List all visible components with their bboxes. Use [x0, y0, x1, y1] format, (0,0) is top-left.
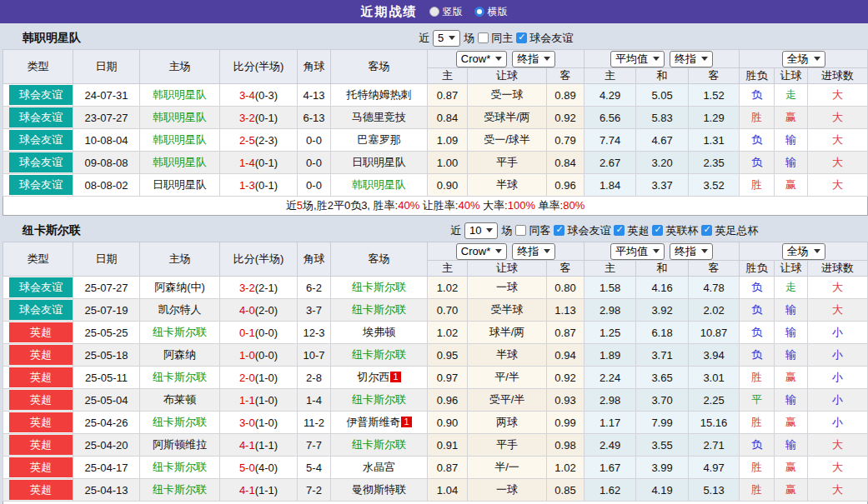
crow-odds-select-value: Crow* — [461, 52, 490, 65]
recent-count-select[interactable]: 10 — [464, 222, 498, 239]
summary-segment: 40% — [458, 199, 479, 212]
final-index-select[interactable]: 终指 — [512, 243, 555, 260]
result-goals: 大 — [808, 457, 868, 479]
result-goals: 小 — [808, 389, 868, 412]
match-type-badge: 球会友谊 — [9, 277, 73, 297]
match-row: 英超25-05-25纽卡斯尔联0-1(0-0)12-3埃弗顿1.02球半/两0.… — [3, 322, 868, 344]
crow-odds-select[interactable]: Crow* — [456, 243, 507, 260]
avg-home-odds: 1.89 — [585, 344, 636, 367]
final-index-select[interactable]: 终指 — [512, 51, 555, 67]
same-venue-checkbox[interactable] — [515, 225, 526, 236]
header-group-selects: Crow*终指 — [428, 51, 584, 67]
avg-draw-odds: 4.16 — [636, 277, 689, 299]
result-goals-value: 小 — [832, 416, 843, 428]
same-venue-checkbox-label: 同客 — [529, 223, 550, 238]
score-cell: 3-0(1-0) — [220, 412, 298, 434]
summary-segment: 大率: — [480, 199, 508, 212]
match-row: 球会友谊08-08-02日职明星队1-3(0-1)0-0韩职明星队0.90半球0… — [3, 174, 868, 197]
result-handicap: 输 — [775, 129, 808, 152]
result-goals-value: 大 — [832, 111, 843, 123]
result-handicap-value: 输 — [785, 156, 796, 168]
sub-column-header: 主 — [428, 68, 468, 84]
match-date: 24-07-31 — [73, 84, 140, 107]
result-handicap-value: 输 — [785, 438, 796, 451]
home-team-cell: 纽卡斯尔联 — [140, 412, 220, 434]
layout-radio-option-0[interactable]: 竖版 — [429, 5, 463, 19]
crow-odds-select-value: Crow* — [461, 245, 490, 257]
average-odds-select[interactable]: 平均值 — [610, 243, 665, 260]
result-goals: 大 — [808, 479, 868, 502]
chevron-down-icon — [544, 249, 550, 253]
chevron-down-icon — [814, 57, 820, 61]
avg-draw-odds: 3.55 — [636, 434, 689, 457]
avg-home-odds: 2.67 — [585, 152, 636, 174]
avg-draw-odds: 3.99 — [636, 457, 689, 479]
match-type-cell: 球会友谊 — [3, 152, 73, 174]
league-filter-checkbox-3[interactable] — [652, 225, 663, 236]
half-time-score: (2-3) — [255, 134, 278, 147]
final-index-select-value: 终指 — [517, 52, 539, 67]
league-filter-checkbox-2[interactable] — [614, 225, 625, 236]
handicap-home-odds: 1.02 — [428, 277, 468, 299]
avg-away-odds: 2.71 — [689, 434, 740, 457]
result-winloss-value: 胜 — [751, 483, 762, 496]
half-time-score: (4-0) — [255, 462, 278, 474]
league-filter-checkbox-1[interactable] — [554, 225, 564, 236]
away-team-cell: 纽卡斯尔联 — [331, 434, 428, 457]
corner-score: 4-13 — [298, 84, 331, 107]
corner-score: 0-0 — [298, 174, 331, 197]
half-time-score: (1-0) — [255, 372, 278, 384]
full-time-score: 4-1 — [239, 484, 255, 497]
header-group-1: 平均值终指 — [585, 50, 740, 68]
league-filter-checkbox-1[interactable] — [516, 32, 527, 43]
handicap-away-odds: 0.92 — [547, 367, 585, 389]
match-date: 09-08-08 — [73, 152, 140, 174]
recent-count-select[interactable]: 5 — [433, 30, 460, 47]
layout-radio-1[interactable] — [474, 7, 484, 17]
away-team: 纽卡斯尔联 — [352, 393, 406, 406]
home-team-cell: 韩职明星队 — [140, 129, 220, 152]
handicap-away-odds: 0.98 — [547, 434, 585, 457]
result-winloss-value: 负 — [751, 348, 762, 361]
avg-home-odds: 2.98 — [585, 299, 636, 322]
sub-column-header: 胜负 — [740, 68, 775, 84]
handicap-away-odds: 0.87 — [547, 322, 585, 344]
result-winloss: 负 — [740, 84, 775, 107]
match-date: 10-08-04 — [73, 129, 140, 152]
average-odds-select[interactable]: 平均值 — [610, 51, 665, 67]
chevron-down-icon — [544, 57, 550, 61]
result-winloss: 胜 — [740, 367, 775, 389]
match-row: 英超25-05-11纽卡斯尔联2-0(1-0)2-8切尔西10.97平/半0.9… — [3, 367, 868, 389]
same-venue-checkbox[interactable] — [478, 32, 489, 43]
sub-column-header: 让球 — [468, 261, 547, 277]
full-match-scope-select[interactable]: 全场 — [782, 51, 825, 67]
full-match-scope-select[interactable]: 全场 — [782, 243, 825, 260]
away-team: 纽卡斯尔联 — [352, 348, 406, 361]
recent-count-select-value: 10 — [469, 224, 481, 237]
corner-score: 7-7 — [298, 434, 331, 457]
games-label: 场 — [501, 223, 512, 238]
result-goals: 大 — [808, 299, 868, 322]
match-date: 25-04-26 — [73, 412, 140, 434]
tables-area: 韩职明星队近5场同主球会友谊类型日期主场比分(半场)角球客场Crow*终指平均值… — [0, 27, 868, 504]
final-index-select[interactable]: 终指 — [670, 51, 713, 67]
league-filter-checkbox-2-item: 英超 — [614, 223, 649, 238]
match-date: 25-05-25 — [73, 322, 140, 344]
match-type-cell: 球会友谊 — [3, 107, 73, 129]
match-type-badge: 英超 — [9, 457, 73, 477]
avg-draw-odds: 3.65 — [636, 367, 689, 389]
crow-odds-select[interactable]: Crow* — [456, 51, 507, 67]
full-time-score: 5-0 — [239, 462, 255, 474]
average-odds-select-value: 平均值 — [615, 244, 648, 259]
home-team: 阿森纳 — [163, 348, 196, 361]
league-filter-checkbox-4[interactable] — [701, 225, 712, 236]
away-team: 曼彻斯特联 — [352, 483, 406, 496]
final-index-select[interactable]: 终指 — [670, 243, 713, 260]
layout-radio-option-1[interactable]: 横版 — [474, 5, 508, 19]
match-type-cell: 英超 — [3, 479, 73, 502]
result-winloss-value: 胜 — [751, 461, 762, 473]
score-cell: 2-5(2-3) — [220, 129, 298, 152]
away-team-cell: 日职明星队 — [331, 152, 428, 174]
half-time-score: (2-0) — [255, 304, 278, 317]
layout-radio-0[interactable] — [429, 7, 439, 17]
